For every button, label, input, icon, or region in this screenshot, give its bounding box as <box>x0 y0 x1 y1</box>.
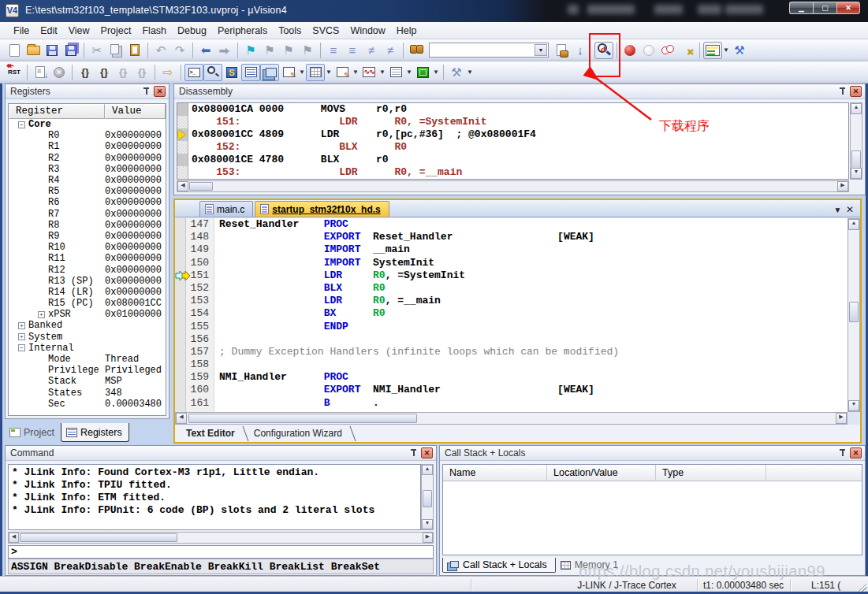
navigate-back-icon[interactable]: ⬅ <box>196 42 215 59</box>
editor-code[interactable]: Reset_Handler PROC EXPORT Reset_Handler … <box>214 218 848 412</box>
stop-icon[interactable]: ✕ <box>50 64 69 81</box>
menu-tools[interactable]: Tools <box>273 23 307 39</box>
code-line-154[interactable]: BX R0 <box>214 307 848 320</box>
register-row-r13sp[interactable]: R13 (SP)0x00000000 <box>9 276 166 287</box>
code-line-159[interactable]: NMI_Handler PROC <box>214 371 848 384</box>
register-row-r0[interactable]: R00x00000000 <box>9 130 166 141</box>
callstack-col-location[interactable]: Location/Value <box>547 465 656 481</box>
disassembly-line[interactable]: 152: BLX R0 <box>177 141 848 154</box>
run-to-cursor-icon[interactable]: {}→ <box>132 64 151 81</box>
close-button[interactable]: ✕ <box>836 2 860 14</box>
code-line-147[interactable]: Reset_Handler PROC <box>214 218 848 231</box>
close-icon[interactable]: ✕ <box>850 447 862 458</box>
code-line-158[interactable] <box>214 358 848 371</box>
registers-window-icon[interactable] <box>241 64 260 81</box>
code-line-152[interactable]: BLX R0 <box>214 282 848 295</box>
disassembly-line[interactable]: 0x080001CA 0000 MOVS r0,r0 <box>177 103 848 116</box>
code-line-150[interactable]: IMPORT SystemInit <box>214 257 848 269</box>
debug-toolbar-icon[interactable]: ⚒ <box>447 64 466 81</box>
register-row-r10[interactable]: R100x00000000 <box>9 242 166 253</box>
editor-hscrollbar[interactable]: ◀ ▶ <box>175 412 848 425</box>
code-line-161[interactable]: B . <box>214 397 848 410</box>
menu-help[interactable]: Help <box>391 23 423 39</box>
register-row-r2[interactable]: R20x00000000 <box>9 153 166 164</box>
find-in-files-icon[interactable] <box>407 42 426 59</box>
disassembly-window-icon[interactable] <box>203 64 222 81</box>
menu-svcs[interactable]: SVCS <box>307 23 345 39</box>
code-line-148[interactable]: EXPORT Reset_Handler [WEAK] <box>214 231 848 243</box>
register-row-privilege[interactable]: PrivilegePrivileged <box>9 365 166 376</box>
code-line-160[interactable]: EXPORT NMI_Handler [WEAK] <box>214 384 848 396</box>
pin-icon[interactable] <box>839 87 846 96</box>
save-icon[interactable] <box>43 42 61 59</box>
code-line-153[interactable]: LDR R0, =__main <box>214 295 848 307</box>
serial-window-icon-dropdown[interactable]: ▼ <box>352 69 359 76</box>
cut-icon[interactable]: ✂ <box>88 42 106 59</box>
menu-debug[interactable]: Debug <box>172 23 212 39</box>
save-all-icon[interactable] <box>61 42 80 59</box>
reset-cpu-icon[interactable]: ↞RST <box>5 64 24 81</box>
disassembly-hscrollbar[interactable]: ◀ ▶ <box>177 180 849 192</box>
run-icon[interactable]: ⇨ <box>158 64 177 81</box>
tab-main-c[interactable]: main.c <box>199 201 253 217</box>
close-document-icon[interactable]: ✕ <box>846 204 854 215</box>
menu-edit[interactable]: Edit <box>35 23 63 39</box>
bookmark-toggle-icon[interactable]: ⚑ <box>241 42 260 59</box>
register-row-system[interactable]: +System <box>9 332 166 343</box>
register-row-r12[interactable]: R120x00000000 <box>9 264 166 275</box>
code-line-156[interactable] <box>214 333 848 346</box>
navigate-forward-icon[interactable]: ⮕ <box>215 42 234 59</box>
system-viewer-icon-dropdown[interactable]: ▼ <box>432 69 440 76</box>
register-row-r15pc[interactable]: R15 (PC)0x080001CC <box>9 298 166 309</box>
outdent-icon[interactable]: ≡ <box>343 42 362 59</box>
register-row-sec[interactable]: Sec0.00003480 <box>9 399 166 410</box>
undo-icon[interactable]: ↶ <box>151 42 170 59</box>
close-icon[interactable]: ✕ <box>154 86 166 97</box>
disassembly-vscrollbar[interactable]: ▲ ▼ <box>850 102 862 180</box>
menu-window[interactable]: Window <box>345 23 390 39</box>
trace-window-icon-dropdown[interactable]: ▼ <box>405 69 413 76</box>
memory-window-icon-dropdown[interactable]: ▼ <box>325 69 333 76</box>
tab-startup-s[interactable]: startup_stm32f10x_hd.s <box>255 201 389 217</box>
command-output[interactable]: * JLink Info: Found Cortex-M3 r1p1, Litt… <box>8 464 421 530</box>
bookmark-clear-icon[interactable]: ⚑ <box>298 42 317 59</box>
redo-icon[interactable]: ↷ <box>170 42 189 59</box>
register-row-r4[interactable]: R40x00000000 <box>9 175 166 186</box>
close-icon[interactable]: ✕ <box>850 86 862 97</box>
indent-icon[interactable]: ≡ <box>324 42 343 59</box>
show-next-statement-icon[interactable] <box>31 64 50 81</box>
disassembly-line[interactable]: 0x080001CC 4809 LDR r0,[pc,#36] ; @0x080… <box>177 128 848 141</box>
register-row-r1[interactable]: R10x00000000 <box>9 141 166 152</box>
disassembly-line[interactable]: 153: LDR R0, =__main <box>177 166 848 179</box>
close-icon[interactable]: ✕ <box>421 447 433 458</box>
pin-icon[interactable] <box>410 449 417 458</box>
editor-vscrollbar[interactable]: ▲ ▼ <box>848 218 860 412</box>
tab-callstack-locals[interactable]: Call Stack + Locals <box>442 558 556 573</box>
code-line-151[interactable]: LDR R0, =SystemInit <box>214 269 848 282</box>
search-combobox[interactable]: ▼ <box>429 43 549 58</box>
register-row-r5[interactable]: R50x00000000 <box>9 186 166 197</box>
register-row-core[interactable]: −Core <box>9 119 166 130</box>
register-row-r14lr[interactable]: R14 (LR)0x00000000 <box>9 287 166 298</box>
find-icon[interactable] <box>552 42 571 59</box>
tab-project[interactable]: Project <box>5 423 61 442</box>
memory-window-icon[interactable] <box>306 64 325 81</box>
paste-icon[interactable] <box>125 42 144 59</box>
debug-toolbar-icon-dropdown[interactable]: ▼ <box>466 69 474 76</box>
tab-registers[interactable]: Registers <box>61 423 129 442</box>
incremental-find-icon[interactable]: ↓ <box>571 42 590 59</box>
code-line-149[interactable]: IMPORT __main <box>214 243 848 256</box>
menu-project[interactable]: Project <box>95 23 137 39</box>
register-row-r6[interactable]: R60x00000000 <box>9 197 166 208</box>
bookmark-prev-icon[interactable]: ⚑ <box>260 42 279 59</box>
disassembly-line[interactable]: 0x080001D0 4809 LDR r0,[pc,#36] ; @0x080… <box>177 179 848 180</box>
analysis-window-icon-dropdown[interactable]: ▼ <box>378 69 386 76</box>
configure-target-icon[interactable]: ⚒ <box>730 42 749 59</box>
watch-window-icon-dropdown[interactable]: ▼ <box>298 69 306 76</box>
code-line-157[interactable]: ; Dummy Exception Handlers (infinite loo… <box>214 346 848 358</box>
step-out-icon[interactable]: {}→ <box>114 64 132 81</box>
tab-configuration-wizard[interactable]: Configuration Wizard <box>246 426 353 441</box>
open-file-icon[interactable] <box>24 42 43 59</box>
register-row-xpsr[interactable]: +xPSR0x01000000 <box>9 309 166 320</box>
step-over-icon[interactable]: {}→ <box>95 64 114 81</box>
